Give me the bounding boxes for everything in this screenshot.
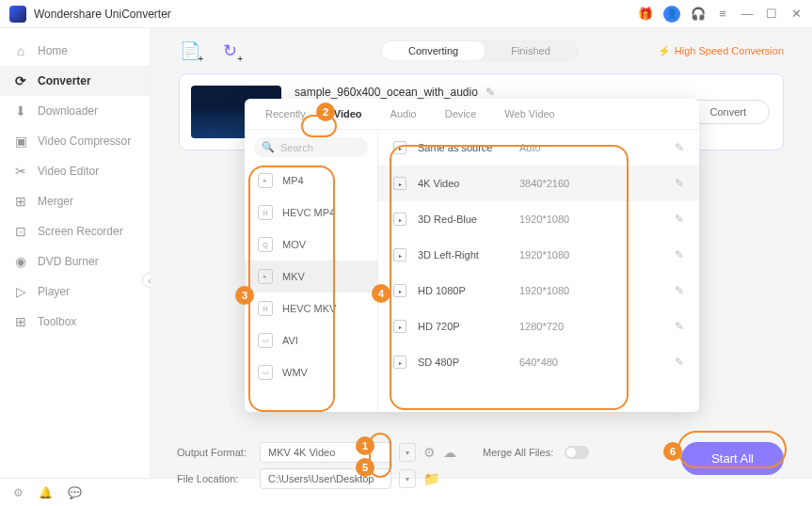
user-avatar[interactable]: 👤 [663,6,680,23]
format-mov[interactable]: QMOV [245,229,377,261]
popup-tabs: Recently Video Audio Device Web Video [245,99,699,130]
footer: Output Format: MKV 4K Video ▾ ⚙ ☁ Merge … [177,442,784,495]
res-3d-rb[interactable]: ▸3D Red-Blue1920*1080✎ [378,201,699,237]
edit-preset-icon[interactable]: ✎ [675,213,684,226]
minimize-icon[interactable]: — [740,8,754,21]
sidebar-item-toolbox[interactable]: ⊞Toolbox [0,307,150,337]
format-column: 🔍Search ▸MP4 HHEVC MP4 QMOV ▸MKV HHEVC M… [245,130,378,412]
notification-icon[interactable]: 🔔 [39,486,53,499]
bolt-icon: ⚡ [658,45,671,57]
popup-tab-recently[interactable]: Recently [262,99,310,129]
popup-tab-audio[interactable]: Audio [387,99,421,129]
app-logo [9,6,26,23]
maximize-icon[interactable]: ☐ [765,8,778,21]
gpu-icon[interactable]: ⚙ [423,445,436,460]
file-location-label: File Location: [177,473,252,484]
downloader-icon: ⬇ [13,103,28,119]
sidebar: ⌂Home ⟳Converter ⬇Downloader ▣Video Comp… [0,28,151,478]
popup-tab-device[interactable]: Device [441,99,481,129]
rename-icon[interactable]: ✎ [486,86,495,99]
format-popup: Recently Video Audio Device Web Video 🔍S… [245,99,699,412]
format-wmv[interactable]: ▭WMV [245,356,377,388]
tab-converting[interactable]: Converting [382,41,485,60]
dvd-icon: ◉ [13,254,28,269]
headset-icon[interactable]: 🎧 [692,8,705,21]
res-icon: ▸ [393,356,406,369]
app-title: Wondershare UniConverter [34,8,639,21]
start-all-button[interactable]: Start All [681,442,784,475]
sidebar-item-dvd[interactable]: ◉DVD Burner [0,246,150,277]
sidebar-label: Video Editor [38,165,99,178]
format-hevc-mp4[interactable]: HHEVC MP4 [245,197,377,229]
compressor-icon: ▣ [13,134,28,149]
res-icon: ▸ [393,320,406,333]
wmv-icon: ▭ [258,365,273,380]
cloud-icon[interactable]: ☁ [443,445,456,460]
edit-preset-icon[interactable]: ✎ [675,320,684,333]
format-search[interactable]: 🔍Search [254,137,368,157]
popup-tab-video[interactable]: Video [330,99,366,129]
edit-preset-icon[interactable]: ✎ [675,177,684,190]
player-icon: ▷ [13,284,28,299]
merge-label: Merge All Files: [483,447,553,458]
edit-preset-icon[interactable]: ✎ [675,141,684,154]
sidebar-label: Toolbox [38,315,76,328]
sidebar-label: Merger [38,195,73,208]
sidebar-item-editor[interactable]: ✂Video Editor [0,156,150,186]
add-url-button[interactable]: ↻+ [218,40,241,62]
format-mkv[interactable]: ▸MKV [245,261,377,293]
res-icon: ▸ [393,177,406,190]
file-name: sample_960x400_ocean_with_audio [295,86,478,99]
merge-toggle[interactable] [565,446,589,459]
add-file-button[interactable]: 📄+ [179,40,201,62]
res-icon: ▸ [393,213,406,226]
format-avi[interactable]: ▭AVI [245,324,377,356]
popup-tab-webvideo[interactable]: Web Video [501,99,558,129]
search-icon: 🔍 [262,141,275,153]
res-same-source[interactable]: ▸Same as sourceAuto✎ [378,130,699,166]
sidebar-label: DVD Burner [38,255,99,268]
res-720p[interactable]: ▸HD 720P1280*720✎ [378,308,699,344]
popup-body: 🔍Search ▸MP4 HHEVC MP4 QMOV ▸MKV HHEVC M… [245,130,699,412]
hevc-mkv-icon: H [258,301,273,316]
window-controls: 🎁 👤 🎧 ≡ — ☐ ✕ [639,6,803,23]
gift-icon[interactable]: 🎁 [639,8,652,21]
merger-icon: ⊞ [13,194,28,209]
output-format-dropdown[interactable]: ▾ [399,443,416,462]
format-hevc-mkv[interactable]: HHEVC MKV [245,293,377,324]
sidebar-label: Player [38,285,70,298]
callout-1: 1 [356,436,374,455]
resolution-column: ▸Same as sourceAuto✎ ▸4K Video3840*2160✎… [378,130,699,412]
high-speed-toggle[interactable]: ⚡High Speed Conversion [658,45,784,57]
menu-icon[interactable]: ≡ [716,8,729,21]
format-mp4[interactable]: ▸MP4 [245,165,377,197]
tab-finished[interactable]: Finished [485,41,577,60]
sidebar-item-compressor[interactable]: ▣Video Compressor [0,126,150,156]
open-folder-icon[interactable]: 📁 [423,471,439,486]
home-icon: ⌂ [13,43,28,58]
sidebar-item-home[interactable]: ⌂Home [0,36,150,66]
mp4-icon: ▸ [258,173,273,188]
toolbox-icon: ⊞ [13,314,28,329]
edit-preset-icon[interactable]: ✎ [675,284,684,297]
sidebar-label: Video Compressor [38,134,131,148]
feedback-icon[interactable]: 💬 [68,486,82,499]
sidebar-item-converter[interactable]: ⟳Converter [0,66,150,96]
res-3d-lr[interactable]: ▸3D Left-Right1920*1080✎ [378,237,699,273]
sidebar-item-player[interactable]: ▷Player [0,277,150,307]
sidebar-item-recorder[interactable]: ⊡Screen Recorder [0,216,150,246]
file-location-dropdown[interactable]: ▾ [399,469,416,488]
sidebar-item-downloader[interactable]: ⬇Downloader [0,96,150,126]
sidebar-label: Converter [38,74,91,87]
edit-preset-icon[interactable]: ✎ [675,356,684,369]
res-1080p[interactable]: ▸HD 1080P1920*1080✎ [378,273,699,308]
close-icon[interactable]: ✕ [789,8,803,21]
res-480p[interactable]: ▸SD 480P640*480✎ [378,344,699,380]
callout-2: 2 [316,103,335,121]
callout-6: 6 [663,442,682,461]
edit-preset-icon[interactable]: ✎ [675,248,684,261]
sidebar-item-merger[interactable]: ⊞Merger [0,186,150,216]
res-4k[interactable]: ▸4K Video3840*2160✎ [378,166,699,201]
avi-icon: ▭ [258,333,273,348]
settings-icon[interactable]: ⚙ [13,486,24,499]
